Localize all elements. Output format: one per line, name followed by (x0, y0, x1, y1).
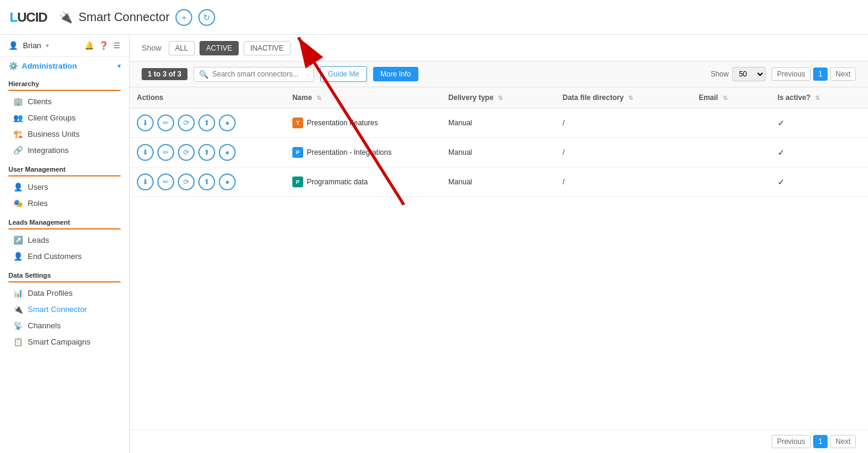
active-checkmark: ✓ (778, 118, 785, 128)
smart-campaigns-label: Smart Campaigns (28, 337, 90, 346)
edit-action-icon[interactable]: ✏ (157, 114, 174, 131)
channels-icon: 📡 (13, 321, 23, 330)
copy-action-icon[interactable]: ⟳ (178, 173, 195, 190)
filter-all-button[interactable]: ALL (169, 41, 195, 55)
filter-active-button[interactable]: ACTIVE (200, 41, 239, 55)
connector-badge: P (292, 147, 303, 158)
smart-campaigns-icon: 📋 (13, 337, 23, 346)
sidebar-item-clients[interactable]: 🏢 Clients (8, 93, 121, 110)
name-cell: TPresentation Features (285, 108, 441, 138)
notification-icon[interactable]: 🔔 (84, 41, 94, 50)
admin-chevron: ▾ (118, 63, 121, 69)
client-groups-icon: 👥 (13, 113, 23, 122)
copy-action-icon[interactable]: ⟳ (178, 144, 195, 161)
name-cell: PProgrammatic data (285, 167, 441, 197)
roles-label: Roles (28, 199, 48, 208)
delivery-type-cell: Manual (441, 108, 555, 138)
download-action-icon[interactable]: ⬇ (137, 114, 154, 131)
top-pagination: Previous 1 Next (772, 67, 856, 81)
table-header-row: Actions Name ⇅ Delivery type ⇅ Data file… (130, 87, 868, 108)
prev-page-button[interactable]: Previous (772, 67, 811, 81)
connector-badge: P (292, 177, 303, 187)
page-title-area: 🔌 Smart Connector + ↻ (59, 9, 858, 26)
add-connector-button[interactable]: + (175, 9, 192, 26)
col-delivery-type: Delivery type ⇅ (441, 87, 535, 108)
sidebar-item-end-customers[interactable]: 👤 End Customers (8, 248, 121, 264)
page-1-button[interactable]: 1 (813, 67, 828, 81)
delete-action-icon[interactable]: ● (219, 144, 236, 161)
delete-action-icon[interactable]: ● (219, 173, 236, 190)
show-label: Show (142, 43, 162, 52)
menu-icon[interactable]: ☰ (113, 41, 121, 50)
clients-icon: 🏢 (13, 97, 23, 106)
table-row: ⬇✏⟳⬆●TPresentation FeaturesManual/✓ (130, 108, 868, 138)
is-active-cell: ✓ (770, 138, 868, 167)
sidebar-item-business-units[interactable]: 🏗️ Business Units (8, 126, 121, 142)
bottom-page-1-button[interactable]: 1 (813, 435, 828, 448)
upload-action-icon[interactable]: ⬆ (198, 173, 215, 190)
end-customers-icon: 👤 (13, 252, 23, 261)
main-content: Show ALL ACTIVE INACTIVE 1 to 3 of 3 🔍 G… (130, 35, 868, 453)
bottom-pagination: Previous 1 Next (130, 430, 868, 453)
filter-inactive-button[interactable]: INACTIVE (244, 41, 290, 55)
admin-label: Administration (22, 61, 77, 70)
bottom-prev-button[interactable]: Previous (772, 435, 811, 448)
sidebar-item-roles[interactable]: 🎭 Roles (8, 195, 121, 211)
main-layout: 👤 Brian ▾ 🔔 ❓ ☰ ⚙️ Administration ▾ Hier… (0, 35, 868, 453)
upload-action-icon[interactable]: ⬆ (198, 144, 215, 161)
download-action-icon[interactable]: ⬇ (137, 173, 154, 190)
delivery-type-cell: Manual (441, 138, 555, 167)
sidebar-item-data-profiles[interactable]: 📊 Data Profiles (8, 285, 121, 301)
copy-action-icon[interactable]: ⟳ (178, 114, 195, 131)
col-email-sort (750, 87, 770, 108)
data-settings-section: Data Settings 📊 Data Profiles 🔌 Smart Co… (0, 267, 129, 352)
integrations-label: Integrations (28, 146, 69, 155)
sidebar: 👤 Brian ▾ 🔔 ❓ ☰ ⚙️ Administration ▾ Hier… (0, 35, 130, 453)
show-per-page-label: Show (711, 70, 729, 78)
top-bar: LUCID 🔌 Smart Connector + ↻ (0, 0, 868, 35)
client-groups-label: Client Groups (28, 113, 75, 122)
bottom-next-button[interactable]: Next (830, 435, 856, 448)
sidebar-item-smart-connector[interactable]: 🔌 Smart Connector (8, 301, 121, 317)
next-page-button[interactable]: Next (830, 67, 856, 81)
more-info-button[interactable]: More Info (373, 67, 418, 81)
sidebar-item-channels[interactable]: 📡 Channels (8, 317, 121, 334)
smart-connector-sidebar-icon: 🔌 (13, 305, 23, 314)
connector-badge: T (292, 117, 303, 128)
col-active-sort (848, 87, 868, 108)
table-row: ⬇✏⟳⬆●PProgrammatic dataManual/✓ (130, 167, 868, 197)
help-button[interactable]: ↻ (198, 9, 215, 26)
sidebar-item-integrations[interactable]: 🔗 Integrations (8, 142, 121, 158)
data-file-dir-cell: / (555, 108, 691, 138)
leads-icon: ↗️ (13, 236, 23, 245)
lucid-logo: LUCID (10, 10, 47, 25)
search-input[interactable] (212, 70, 309, 78)
col-data-file-dir: Data file directory ⇅ (555, 87, 671, 108)
name-cell: PPresentation - Integrations (285, 138, 441, 167)
col-delivery-sort (535, 87, 555, 108)
gear-icon: ⚙️ (8, 61, 18, 70)
data-settings-title: Data Settings (8, 272, 121, 283)
admin-toggle[interactable]: ⚙️ Administration ▾ (0, 57, 129, 75)
is-active-cell: ✓ (770, 167, 868, 197)
guide-me-button[interactable]: Guide Me (320, 66, 367, 82)
business-units-icon: 🏗️ (13, 130, 23, 139)
question-icon[interactable]: ❓ (99, 41, 108, 50)
sidebar-item-smart-campaigns[interactable]: 📋 Smart Campaigns (8, 334, 121, 350)
download-action-icon[interactable]: ⬇ (137, 144, 154, 161)
sidebar-item-users[interactable]: 👤 Users (8, 179, 121, 195)
sidebar-item-client-groups[interactable]: 👥 Client Groups (8, 110, 121, 126)
delete-action-icon[interactable]: ● (219, 114, 236, 131)
edit-action-icon[interactable]: ✏ (157, 173, 174, 190)
end-customers-label: End Customers (28, 252, 82, 261)
col-data-sort (671, 87, 691, 108)
upload-action-icon[interactable]: ⬆ (198, 114, 215, 131)
sidebar-item-leads[interactable]: ↗️ Leads (8, 232, 121, 248)
col-actions: Actions (130, 87, 285, 108)
is-active-cell: ✓ (770, 108, 868, 138)
col-name-sort (402, 87, 441, 108)
page-title: Smart Connector (78, 10, 169, 24)
edit-action-icon[interactable]: ✏ (157, 144, 174, 161)
sidebar-user-icons: 🔔 ❓ ☰ (84, 41, 121, 50)
per-page-select[interactable]: 50 25 100 (732, 67, 766, 81)
